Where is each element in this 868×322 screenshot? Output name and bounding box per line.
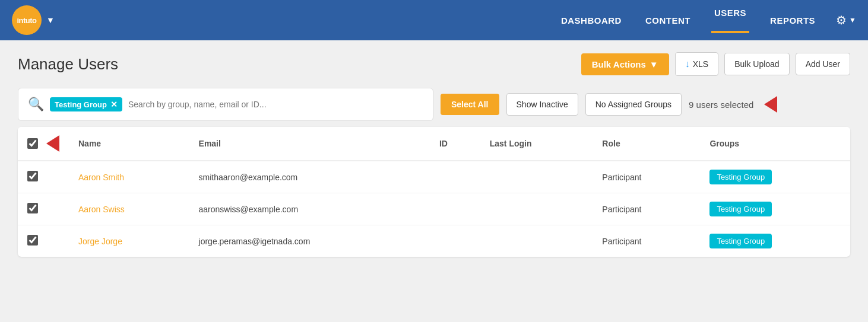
col-last-login: Last Login	[480, 127, 593, 161]
table-row: Aaron Swiss aaronswiss@example.com Parti…	[18, 193, 850, 225]
select-all-checkbox-header	[18, 127, 69, 161]
chevron-down-icon: ▼	[650, 59, 658, 69]
row-checkbox-cell	[18, 193, 69, 225]
row-name: Aaron Smith	[69, 161, 189, 193]
search-area: 🔍 Testing Group ✕	[18, 88, 433, 121]
row-role: Participant	[593, 193, 700, 225]
row-groups: Testing Group	[700, 193, 850, 225]
group-badge[interactable]: Testing Group	[709, 202, 772, 216]
user-name-link[interactable]: Jorge Jorge	[78, 237, 122, 246]
col-id: ID	[430, 127, 480, 161]
row-role: Participant	[593, 225, 700, 257]
page-header: Manage Users Bulk Actions ▼ ↓ XLS Bulk U…	[18, 52, 850, 76]
col-role: Role	[593, 127, 700, 161]
nav-users[interactable]: USERS	[711, 8, 749, 33]
row-checkbox[interactable]	[27, 203, 38, 213]
nav-reports[interactable]: REPORTS	[767, 15, 818, 25]
search-filter-row: 🔍 Testing Group ✕ Select All Show Inacti…	[18, 88, 850, 121]
settings-icon[interactable]: ⚙ ▼	[836, 13, 856, 27]
bulk-upload-button[interactable]: Bulk Upload	[724, 53, 790, 75]
show-inactive-button[interactable]: Show Inactive	[506, 93, 578, 116]
user-name-link[interactable]: Aaron Smith	[78, 173, 124, 182]
table-row: Jorge Jorge jorge.peramas@igetnada.com P…	[18, 225, 850, 257]
select-all-button[interactable]: Select All	[441, 94, 499, 115]
row-name: Aaron Swiss	[69, 193, 189, 225]
group-badge[interactable]: Testing Group	[709, 170, 772, 184]
brand-dropdown-icon[interactable]: ▼	[46, 15, 55, 25]
col-name: Name	[69, 127, 189, 161]
row-checkbox[interactable]	[27, 171, 38, 181]
top-navigation: intuto ▼ DASHBOARD CONTENT USERS REPORTS…	[0, 0, 868, 40]
table-header-row: Name Email ID Last Login Role Groups	[18, 127, 850, 161]
header-red-arrow-icon	[46, 135, 59, 152]
page-title: Manage Users	[18, 55, 118, 74]
nav-links: DASHBOARD CONTENT USERS REPORTS ⚙ ▼	[558, 8, 856, 33]
row-role: Participant	[593, 161, 700, 193]
header-actions: Bulk Actions ▼ ↓ XLS Bulk Upload Add Use…	[581, 52, 850, 76]
row-name: Jorge Jorge	[69, 225, 189, 257]
xls-button[interactable]: ↓ XLS	[675, 52, 718, 76]
row-email: aaronswiss@example.com	[189, 193, 430, 225]
row-checkbox-cell	[18, 161, 69, 193]
no-assigned-groups-button[interactable]: No Assigned Groups	[585, 93, 682, 116]
filter-tag-close-icon[interactable]: ✕	[110, 100, 118, 109]
download-icon: ↓	[685, 59, 690, 69]
row-last-login	[480, 225, 593, 257]
selected-count-text: 9 users selected	[689, 100, 753, 110]
row-checkbox-cell	[18, 225, 69, 257]
user-name-link[interactable]: Aaron Swiss	[78, 205, 125, 214]
group-badge[interactable]: Testing Group	[709, 234, 772, 248]
col-email: Email	[189, 127, 430, 161]
row-groups: Testing Group	[700, 225, 850, 257]
table-row: Aaron Smith smithaaron@example.com Parti…	[18, 161, 850, 193]
filter-tag-testing-group: Testing Group ✕	[50, 97, 122, 111]
row-last-login	[480, 193, 593, 225]
row-id	[430, 193, 480, 225]
add-user-button[interactable]: Add User	[796, 53, 850, 75]
nav-content[interactable]: CONTENT	[642, 15, 693, 25]
brand-logo[interactable]: intuto	[12, 5, 42, 35]
row-email: jorge.peramas@igetnada.com	[189, 225, 430, 257]
header-checkbox[interactable]	[27, 138, 38, 149]
selected-count-area: 9 users selected	[689, 96, 777, 113]
row-id	[430, 161, 480, 193]
search-icon: 🔍	[28, 97, 44, 112]
nav-dashboard[interactable]: DASHBOARD	[558, 15, 625, 25]
row-groups: Testing Group	[700, 161, 850, 193]
col-groups: Groups	[700, 127, 850, 161]
users-table: Name Email ID Last Login Role Groups Aar…	[18, 127, 850, 257]
red-arrow-left-icon	[764, 96, 777, 113]
row-checkbox[interactable]	[27, 235, 38, 246]
page-content: Manage Users Bulk Actions ▼ ↓ XLS Bulk U…	[0, 40, 868, 269]
bulk-actions-button[interactable]: Bulk Actions ▼	[581, 53, 669, 75]
search-input[interactable]	[128, 100, 423, 109]
row-last-login	[480, 161, 593, 193]
row-id	[430, 225, 480, 257]
row-email: smithaaron@example.com	[189, 161, 430, 193]
